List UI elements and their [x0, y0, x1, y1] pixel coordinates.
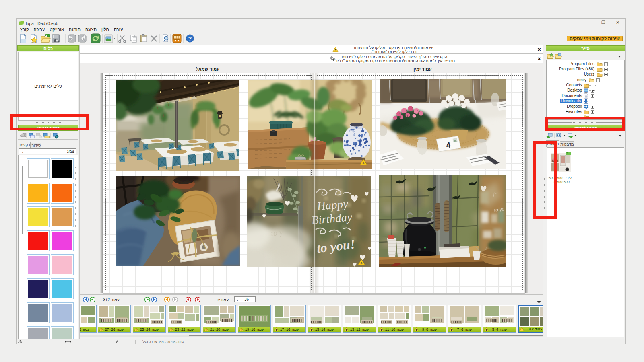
svg-text:fri: fri: [493, 191, 498, 197]
svg-text:?: ?: [188, 35, 192, 42]
svg-text:to yo: to yo: [494, 206, 505, 213]
svg-text:A: A: [362, 161, 365, 165]
svg-text:to y: to y: [270, 228, 283, 238]
svg-text:A: A: [360, 261, 363, 265]
svg-text:Happy: Happy: [316, 197, 349, 213]
